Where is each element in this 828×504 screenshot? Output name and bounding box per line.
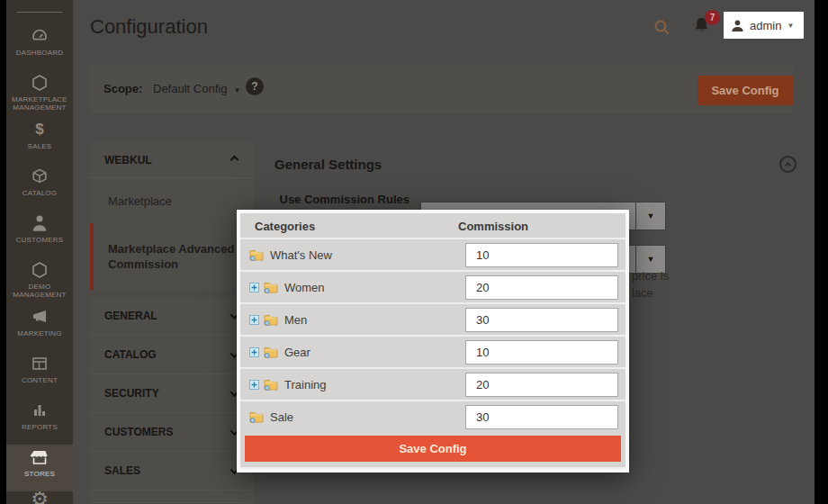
category-name: Gear (284, 346, 310, 359)
sidebar-item-stores[interactable]: STORES (6, 445, 73, 491)
category-commission-modal: Categories Commission What's NewWomenMen… (237, 210, 629, 472)
commission-input[interactable] (465, 243, 618, 267)
field-label: Use Commission Rules (267, 193, 410, 206)
expand-plus-icon[interactable] (240, 283, 259, 292)
save-config-button[interactable]: Save Config (698, 76, 793, 105)
screenshot-stage: DASHBOARDMARKETPLACE MANAGEMENT$SALESCAT… (0, 0, 828, 504)
sidebar-item-marketing[interactable]: MARKETING (6, 304, 73, 351)
nav-section-webkul[interactable]: WEBKUL (90, 142, 254, 178)
system-gear-icon[interactable]: ⚙ (6, 488, 73, 504)
sidebar-item-content[interactable]: CONTENT (6, 351, 73, 398)
expand-plus-icon[interactable] (240, 380, 259, 390)
sidebar-item-catalog[interactable]: CATALOG (6, 164, 73, 211)
scope-bar: Scope: Default Config▼ ? Save Config (90, 65, 793, 113)
commission-input[interactable] (465, 405, 618, 429)
commission-column-header: Commission (458, 220, 528, 233)
sidebar-item-marketplace-management[interactable]: MARKETPLACE MANAGEMENT (6, 70, 73, 117)
chevron-up-icon (230, 156, 239, 165)
expand-plus-icon[interactable] (240, 347, 259, 357)
stores-icon (30, 447, 50, 467)
category-row-men: Men (240, 302, 626, 335)
category-folder-icon (240, 248, 264, 261)
category-row-what-s-new: What's New (240, 238, 626, 270)
category-folder-icon (259, 281, 278, 293)
commission-input[interactable] (465, 275, 618, 300)
category-folder-icon (259, 313, 278, 326)
admin-account-menu[interactable]: admin ▼ (724, 12, 804, 39)
modal-save-config-button[interactable]: Save Config (245, 436, 621, 462)
category-name: What's New (270, 248, 332, 262)
category-folder-icon (259, 346, 278, 358)
categories-column-header: Categories (255, 220, 315, 233)
category-rows: What's NewWomenMenGearTrainingSale (240, 238, 626, 432)
nav-item-marketplace-advanced-commission[interactable]: Marketplace Advanced Commission (90, 223, 254, 290)
search-icon[interactable] (653, 19, 670, 36)
active-indicator (90, 223, 94, 290)
sidebar-item-sales[interactable]: $SALES (6, 117, 73, 164)
scope-switcher[interactable]: Default Config▼ (153, 82, 240, 95)
category-row-sale: Sale (240, 400, 626, 432)
category-name: Sale (270, 410, 293, 424)
field-note: price islace (632, 267, 669, 302)
admin-username: admin (750, 19, 781, 32)
admin-app: DASHBOARDMARKETPLACE MANAGEMENT$SALESCAT… (6, 0, 814, 504)
nav-section-sales[interactable]: SALES (90, 452, 254, 490)
sales-icon: $ (35, 120, 43, 140)
content-icon (31, 354, 49, 374)
main-menu-sidebar: DASHBOARDMARKETPLACE MANAGEMENT$SALESCAT… (6, 0, 73, 504)
nav-section-customers[interactable]: CUSTOMERS (90, 413, 254, 452)
marketing-icon (31, 307, 49, 327)
user-icon (731, 19, 744, 32)
config-nav-webkul: WEBKUL MarketplaceMarketplace Advanced C… (90, 142, 254, 290)
dashboard-icon (31, 26, 49, 46)
nav-section-catalog[interactable]: CATALOG (90, 336, 254, 374)
help-icon[interactable]: ? (246, 77, 264, 95)
chevron-down-icon: ▼ (787, 22, 794, 30)
sidebar-item-demo-management[interactable]: DEMO MANAGEMENT (6, 257, 73, 304)
category-name: Men (284, 313, 307, 327)
commission-input[interactable] (465, 308, 618, 332)
demo-management-icon (31, 260, 49, 280)
nav-section-security[interactable]: SECURITY (90, 374, 254, 413)
scope-label: Scope: (104, 82, 142, 95)
customers-icon (32, 213, 48, 233)
page-title: Configuration (90, 15, 208, 39)
notification-count-badge: 7 (705, 10, 720, 25)
modal-divider (240, 467, 626, 469)
sidebar-item-dashboard[interactable]: DASHBOARD (6, 23, 73, 70)
sidebar-item-reports[interactable]: REPORTS (6, 398, 73, 445)
section-title: General Settings (274, 157, 382, 172)
nav-section-partial (90, 490, 254, 503)
category-row-gear: Gear (240, 335, 626, 367)
sidebar-item-customers[interactable]: CUSTOMERS (6, 211, 73, 257)
category-folder-icon (259, 378, 278, 391)
expand-plus-icon[interactable] (240, 315, 259, 325)
commission-input[interactable] (465, 373, 618, 397)
nav-section-general[interactable]: GENERAL (90, 297, 254, 336)
sidebar-items: DASHBOARDMARKETPLACE MANAGEMENT$SALESCAT… (6, 23, 73, 491)
chevron-down-icon: ▼ (233, 86, 240, 94)
category-row-women: Women (240, 270, 626, 302)
category-name: Training (284, 378, 326, 392)
catalog-icon (31, 166, 49, 186)
collapse-section-icon[interactable] (779, 156, 796, 173)
category-row-training: Training (240, 367, 626, 400)
webkul-subitems: MarketplaceMarketplace Advanced Commissi… (90, 178, 254, 290)
chevron-down-icon: ▼ (635, 202, 665, 230)
marketplace-icon (31, 73, 49, 93)
modal-header: Categories Commission (240, 213, 626, 238)
category-name: Women (284, 281, 325, 294)
commission-input[interactable] (465, 340, 618, 364)
sidebar-divider (17, 12, 62, 13)
reports-icon (31, 400, 49, 420)
category-folder-icon (240, 410, 264, 423)
nav-item-marketplace[interactable]: Marketplace (90, 178, 254, 223)
config-nav-sections: GENERALCATALOGSECURITYCUSTOMERSSALES (90, 297, 254, 503)
